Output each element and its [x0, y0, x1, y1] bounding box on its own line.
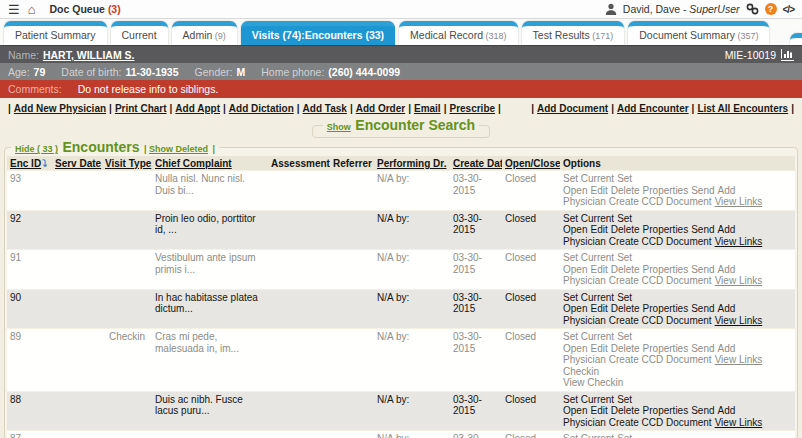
open-closed-cell: Closed — [502, 171, 560, 211]
delete-option-link[interactable]: Delete — [611, 405, 640, 416]
column-label[interactable]: Chief Complaint — [155, 158, 232, 169]
doc-queue-link[interactable]: Doc Queue (3) — [50, 3, 121, 15]
add-encounter-link[interactable]: Add Encounter — [617, 103, 689, 114]
patient-demographics-bar: Age: 79 Date of birth: 11-30-1935 Gender… — [0, 63, 802, 80]
checkin-option-link[interactable]: Checkin — [563, 366, 792, 378]
set-current-option-link[interactable]: Set Current — [563, 213, 614, 224]
edit-option-link[interactable]: Edit — [590, 224, 607, 235]
performing-dr-cell: N/A by: — [374, 289, 450, 329]
current-user[interactable]: David, Dave - SuperUser — [623, 3, 740, 15]
properties-option-link[interactable]: Properties — [643, 343, 689, 354]
properties-option-link[interactable]: Properties — [643, 264, 689, 275]
patient-name-link[interactable]: HART, WILLIAM S. — [43, 49, 135, 61]
edit-option-link[interactable]: Edit — [590, 264, 607, 275]
referrer-cell — [330, 210, 374, 250]
properties-option-link[interactable]: Properties — [643, 185, 689, 196]
send-option-link[interactable]: Send — [691, 264, 714, 275]
tab-admin[interactable]: Admin (9) — [172, 21, 237, 45]
delete-option-link[interactable]: Delete — [611, 343, 640, 354]
properties-option-link[interactable]: Properties — [643, 303, 689, 314]
set-current-option-link[interactable]: Set Current — [563, 331, 614, 342]
encounters-table-body: 93Nulla nisl. Nunc nisl. Duis bi...N/A b… — [7, 171, 795, 438]
delete-option-link[interactable]: Delete — [611, 303, 640, 314]
create-ccd-document-option-link[interactable]: Create CCD Document — [609, 275, 712, 286]
visit-type-cell — [102, 250, 152, 290]
assessments-cell — [268, 391, 330, 431]
list-all-encounters-link[interactable]: List All Encounters — [697, 103, 788, 114]
edit-option-link[interactable]: Edit — [590, 303, 607, 314]
send-option-link[interactable]: Send — [691, 224, 714, 235]
tab-test-results[interactable]: Test Results (171) — [522, 21, 625, 45]
properties-option-link[interactable]: Properties — [643, 224, 689, 235]
tab-count: (357) — [735, 31, 759, 41]
tab-patient-summary[interactable]: Patient Summary — [4, 21, 107, 45]
add-task-link[interactable]: Add Task — [303, 103, 347, 114]
encounters-table-header: Enc ID⤵Serv Date⤵Visit TypeChief Complai… — [7, 156, 795, 171]
tab-current[interactable]: Current — [111, 21, 168, 45]
set-current-option-link[interactable]: Set Current — [563, 173, 614, 184]
tab-document-summary[interactable]: Document Summary (357) — [628, 21, 769, 45]
create-ccd-document-option-link[interactable]: Create CCD Document — [609, 417, 712, 428]
create-ccd-document-option-link[interactable]: Create CCD Document — [609, 236, 712, 247]
show-deleted-toggle[interactable]: Show Deleted — [149, 144, 208, 154]
column-label[interactable]: Enc ID — [10, 158, 41, 169]
tab-medical-record[interactable]: Medical Record (318) — [399, 21, 517, 45]
edit-option-link[interactable]: Edit — [590, 343, 607, 354]
name-label: Name: — [8, 49, 39, 61]
edit-option-link[interactable]: Edit — [590, 405, 607, 416]
column-label[interactable]: Open/Closed — [505, 158, 560, 169]
set-current-option-link[interactable]: Set Current — [563, 252, 614, 263]
send-option-link[interactable]: Send — [691, 185, 714, 196]
column-label[interactable]: Performing Dr. — [377, 158, 446, 169]
delete-option-link[interactable]: Delete — [611, 224, 640, 235]
create-date-cell: 03-30-2015 — [450, 171, 502, 211]
column-label[interactable]: Visit Type — [105, 158, 151, 169]
code-icon[interactable]: </> — [783, 4, 794, 15]
action-links-right: |Add Document|Add Encounter|List All Enc… — [528, 103, 797, 114]
hide-encounters-toggle[interactable]: Hide ( 33 ) — [15, 144, 58, 154]
view-links-option-link[interactable]: View Links — [715, 275, 763, 286]
tab-overflow-sliver[interactable] — [790, 33, 802, 45]
set-current-option-link[interactable]: Set Current — [563, 292, 614, 303]
send-option-link[interactable]: Send — [691, 405, 714, 416]
delete-option-link[interactable]: Delete — [611, 264, 640, 275]
view-links-option-link[interactable]: View Links — [715, 354, 763, 365]
send-option-link[interactable]: Send — [691, 343, 714, 354]
visit-type-cell — [102, 171, 152, 211]
view-links-option-link[interactable]: View Links — [715, 236, 763, 247]
properties-option-link[interactable]: Properties — [643, 405, 689, 416]
column-label[interactable]: Create Date — [453, 158, 502, 169]
view-links-option-link[interactable]: View Links — [715, 417, 763, 428]
sort-arrow-icon[interactable]: ⤵ — [42, 158, 47, 169]
delete-option-link[interactable]: Delete — [611, 185, 640, 196]
add-dictation-link[interactable]: Add Dictation — [229, 103, 294, 114]
add-document-link[interactable]: Add Document — [537, 103, 608, 114]
add-new-physician-link[interactable]: Add New Physician — [14, 103, 106, 114]
show-search-toggle[interactable]: Show — [327, 122, 351, 132]
encounter-row-87: 87N/A by:03-30-2015ClosedSet CurrentSet … — [7, 431, 795, 438]
chain-link-icon[interactable] — [746, 3, 759, 15]
print-chart-link[interactable]: Print Chart — [115, 103, 167, 114]
set-current-option-link[interactable]: Set Current — [563, 433, 614, 438]
edit-option-link[interactable]: Edit — [590, 185, 607, 196]
create-ccd-document-option-link[interactable]: Create CCD Document — [609, 354, 712, 365]
enc-id-cell: 92 — [7, 210, 52, 250]
view-links-option-link[interactable]: View Links — [715, 315, 763, 326]
prescribe-link[interactable]: Prescribe — [449, 103, 495, 114]
view-checkin-option-link[interactable]: View Checkin — [563, 377, 792, 389]
bar-chart-icon[interactable] — [781, 49, 794, 61]
column-label[interactable]: Serv Date — [55, 158, 101, 169]
tab-count: (171) — [590, 31, 614, 41]
tab-visits-74-encounters-33[interactable]: Visits (74):Encounters (33) — [241, 21, 395, 45]
add-order-link[interactable]: Add Order — [356, 103, 405, 114]
create-ccd-document-option-link[interactable]: Create CCD Document — [609, 315, 712, 326]
hamburger-menu-icon[interactable]: ☰ — [8, 3, 20, 16]
set-current-option-link[interactable]: Set Current — [563, 394, 614, 405]
send-option-link[interactable]: Send — [691, 303, 714, 314]
email-link[interactable]: Email — [414, 103, 441, 114]
home-icon[interactable]: ⌂ — [28, 3, 36, 16]
view-links-option-link[interactable]: View Links — [715, 196, 763, 207]
help-icon[interactable]: ? — [765, 3, 777, 15]
add-appt-link[interactable]: Add Appt — [175, 103, 220, 114]
create-ccd-document-option-link[interactable]: Create CCD Document — [609, 196, 712, 207]
